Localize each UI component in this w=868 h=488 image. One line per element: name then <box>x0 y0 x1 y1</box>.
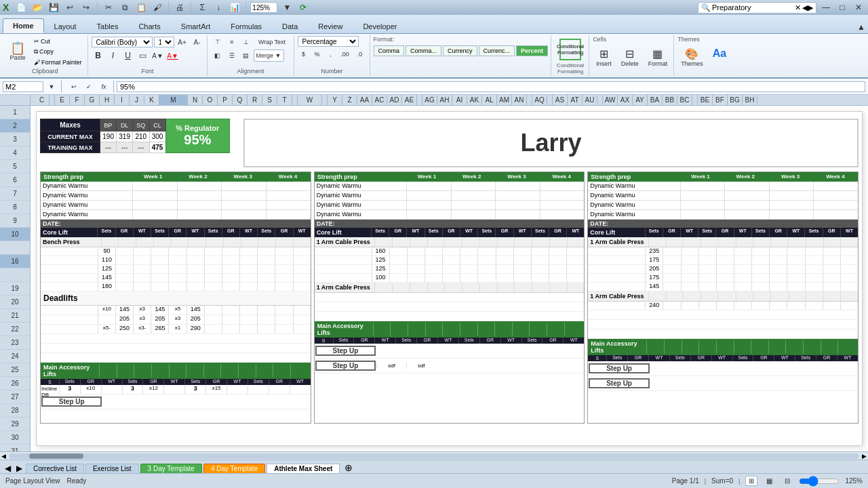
page-break-view-btn[interactable]: ⊟ <box>781 476 793 486</box>
font-size-up-icon[interactable]: A+ <box>176 36 189 48</box>
col-header-AI[interactable]: AI <box>452 95 467 106</box>
col-header-AN[interactable]: AN <box>512 95 527 106</box>
currenc2-format-btn[interactable]: Currenc... <box>479 45 515 56</box>
decimal-down-icon[interactable]: .0 <box>353 48 367 60</box>
col-header-BH[interactable]: BH <box>743 95 757 106</box>
col-header-F[interactable]: F <box>70 95 85 106</box>
row-num-27[interactable]: 27 <box>0 390 30 404</box>
row-num-25[interactable]: 25 <box>0 363 30 377</box>
col-header-AD[interactable]: AD <box>387 95 402 106</box>
themes-button[interactable]: 🎨 Themes <box>677 45 707 69</box>
format-painter-icon[interactable]: 🖌 <box>151 1 164 14</box>
col-header-empty[interactable] <box>322 95 328 106</box>
col-header-P[interactable]: P <box>218 95 233 106</box>
cell-ref-expand-icon[interactable]: ▼ <box>45 81 58 93</box>
row-num-6[interactable]: 6 <box>0 174 30 187</box>
aa-button[interactable]: Aa <box>709 45 730 69</box>
maximize-icon[interactable]: □ <box>835 1 849 14</box>
paste-button[interactable]: 📋 Paste <box>5 40 30 63</box>
scroll-thumb[interactable] <box>29 453 83 459</box>
zoom-slider[interactable] <box>799 476 840 487</box>
col-header-S[interactable]: S <box>262 95 277 106</box>
tab-nav-left[interactable]: ◀ <box>3 464 13 473</box>
row-num-5[interactable]: 5 <box>0 160 30 174</box>
col-header-AQ[interactable]: AQ <box>532 95 547 106</box>
col-header-W[interactable]: W <box>298 95 322 106</box>
percent-format-btn[interactable]: Percent <box>516 45 548 56</box>
col-header-R[interactable]: R <box>248 95 262 106</box>
col-header-AU[interactable]: AU <box>583 95 597 106</box>
search-box[interactable]: 🔍 ✕ ◀▶ <box>698 2 816 14</box>
col-header-Z[interactable]: Z <box>342 95 357 106</box>
tab-review[interactable]: Review <box>308 19 353 33</box>
col-header-empty[interactable] <box>50 95 55 106</box>
col-header-AE[interactable]: AE <box>402 95 417 106</box>
row-num-2[interactable]: 2 <box>0 119 30 133</box>
col-header-I[interactable]: I <box>115 95 130 106</box>
align-left-icon[interactable]: ◧ <box>211 49 224 62</box>
col-header-BA[interactable]: BA <box>648 95 663 106</box>
add-sheet-button[interactable]: ⊕ <box>341 462 356 473</box>
formula-undo-icon[interactable]: ↩ <box>67 81 81 93</box>
col-header-BE[interactable]: BE <box>698 95 713 106</box>
col-header-J[interactable]: J <box>130 95 144 106</box>
tab-data[interactable]: Data <box>272 19 308 33</box>
font-family-select[interactable]: Calibri (Body) <box>92 37 153 47</box>
undo-icon[interactable]: ↩ <box>63 1 77 14</box>
sheet-tab-exercise[interactable]: Exercise List <box>85 464 139 473</box>
italic-icon[interactable]: I <box>106 49 120 62</box>
normal-view-btn[interactable]: ▦ <box>763 476 776 486</box>
currency-icon[interactable]: $ <box>298 48 310 60</box>
row-num-19[interactable]: 19 <box>0 282 30 296</box>
col-header-empty[interactable] <box>527 95 532 106</box>
scroll-track[interactable] <box>9 453 859 459</box>
tab-charts[interactable]: Charts <box>128 19 170 33</box>
col-header-AK[interactable]: AK <box>467 95 482 106</box>
row-num-23[interactable]: 23 <box>0 336 30 350</box>
col-header-Y[interactable]: Y <box>328 95 342 106</box>
col-header-AA[interactable]: AA <box>357 95 372 106</box>
row-num-21[interactable]: 21 <box>0 309 30 323</box>
col-header-empty[interactable] <box>547 95 553 106</box>
scroll-left-btn[interactable]: ◀ <box>1 453 6 460</box>
horizontal-scrollbar[interactable]: ◀ ▶ <box>0 451 868 460</box>
zoom-dropdown-icon[interactable]: ▼ <box>280 1 294 14</box>
col-header-O[interactable]: O <box>203 95 218 106</box>
col-header-AM[interactable]: AM <box>497 95 512 106</box>
delete-button[interactable]: ⊟ Delete <box>618 45 642 69</box>
refresh-icon[interactable]: ⟳ <box>296 1 310 14</box>
row-num-30[interactable]: 30 <box>0 431 30 445</box>
row-num-8[interactable]: 8 <box>0 201 30 214</box>
col-header-AX[interactable]: AX <box>618 95 633 106</box>
align-center-icon[interactable]: ☰ <box>225 49 239 62</box>
decimal-up-icon[interactable]: .00 <box>338 48 352 60</box>
col-header-T[interactable]: T <box>277 95 292 106</box>
conditional-formatting-button[interactable]: Conditional Formatting <box>559 39 581 60</box>
search-clear-icon[interactable]: ✕ <box>795 3 801 12</box>
tab-tables[interactable]: Tables <box>87 19 129 33</box>
open-icon[interactable]: 📂 <box>31 1 44 14</box>
align-top-icon[interactable]: ⊤ <box>211 36 224 48</box>
row-num-10[interactable]: 10 <box>0 228 30 241</box>
tab-nav-right[interactable]: ▶ <box>14 464 24 473</box>
row-num-1[interactable]: 1 <box>0 106 30 119</box>
col-header-G[interactable]: G <box>85 95 100 106</box>
col-header-BG[interactable]: BG <box>728 95 743 106</box>
sort-icon[interactable]: ↓ <box>212 1 225 14</box>
copy-button[interactable]: ⧉Copy <box>31 47 85 57</box>
merge-button[interactable]: Merge ▼ <box>254 49 284 62</box>
cell-reference-input[interactable] <box>3 81 43 92</box>
ribbon-collapse-icon[interactable]: ▲ <box>854 21 868 33</box>
row-num-29[interactable]: 29 <box>0 418 30 431</box>
bold-icon[interactable]: B <box>92 49 105 62</box>
new-icon[interactable]: 📄 <box>14 1 28 14</box>
col-header-empty[interactable] <box>292 95 298 106</box>
tab-formulas[interactable]: Formulas <box>220 19 272 33</box>
align-right-icon[interactable]: ▤ <box>239 49 253 62</box>
col-header-empty[interactable] <box>597 95 603 106</box>
paste-icon[interactable]: 📋 <box>134 1 148 14</box>
formula-confirm-icon[interactable]: ✓ <box>82 81 96 93</box>
font-size-down-icon[interactable]: A- <box>191 36 204 48</box>
align-middle-icon[interactable]: ≡ <box>225 36 239 48</box>
search-input[interactable] <box>712 3 793 12</box>
